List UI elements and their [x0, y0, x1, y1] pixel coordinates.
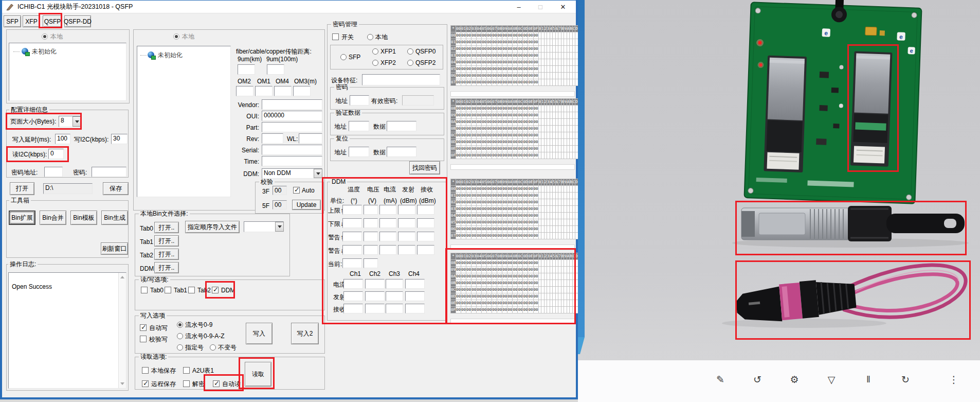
qsfp0-radio[interactable] — [407, 48, 413, 55]
verify-data-input[interactable] — [387, 121, 416, 131]
rw-ddm-checkbox[interactable] — [212, 287, 219, 293]
ddm-limit-input-r1[interactable] — [379, 218, 396, 228]
bin-generate-button[interactable]: Bin生成 — [101, 211, 128, 225]
refresh-window-button[interactable]: 刷新窗口 — [101, 242, 128, 255]
import-order-button[interactable]: 指定顺序导入文件 — [185, 221, 240, 233]
checksum-3f-input[interactable]: 00 — [273, 186, 287, 195]
valid-pwd-input[interactable] — [402, 95, 434, 106]
switch-checkbox[interactable] — [332, 33, 339, 40]
more-icon[interactable]: ⋮ — [945, 372, 963, 387]
decrypt-checkbox[interactable] — [183, 380, 190, 387]
wl-input[interactable] — [299, 133, 322, 144]
ddm-current-input[interactable] — [342, 258, 362, 268]
pwd-addr-input[interactable] — [44, 167, 63, 177]
hex-hscrollbar[interactable] — [450, 319, 575, 324]
ddm-channel-input[interactable] — [343, 291, 363, 301]
settings-icon[interactable]: ⚙ — [786, 372, 803, 387]
bin-template-button[interactable]: Bin模板 — [70, 211, 97, 225]
serial-0-9-radio[interactable] — [177, 322, 183, 328]
bin-tab1-open-button[interactable]: 打开.. — [154, 235, 179, 247]
rw-tab0-checkbox[interactable] — [141, 287, 148, 293]
ddm-limit-input-r2[interactable] — [398, 232, 415, 241]
ddm-limit-input-r1[interactable] — [398, 218, 415, 228]
ddm-limit-input-r0[interactable] — [398, 205, 415, 215]
auto-checkbox[interactable] — [293, 187, 300, 194]
tree-item-uninitialized[interactable]: 未初始化 — [32, 48, 57, 55]
ddm-limit-input-r3[interactable] — [398, 245, 415, 255]
read-i2c-input[interactable]: 0 — [48, 149, 64, 159]
module-tree-2[interactable]: 未初始化 — [137, 46, 231, 197]
ddm-channel-input[interactable] — [365, 291, 385, 301]
local-save-checkbox[interactable] — [142, 367, 149, 374]
serial-0-9-a-z-radio[interactable] — [177, 333, 183, 339]
ddm-channel-input[interactable] — [343, 304, 363, 313]
tab-xfp[interactable]: XFP — [23, 15, 40, 27]
import-dropdown-icon[interactable] — [275, 222, 284, 232]
update-button[interactable]: Update — [292, 200, 321, 210]
ddm-channel-input[interactable] — [405, 304, 425, 313]
oui-input[interactable]: 000000 — [262, 111, 322, 121]
ddm-channel-input[interactable] — [386, 304, 403, 313]
serial-input[interactable] — [262, 145, 322, 155]
auto-write-checkbox[interactable] — [140, 324, 147, 331]
om4-input[interactable] — [274, 86, 292, 96]
bin-merge-button[interactable]: Bin合并 — [40, 211, 66, 225]
sfp-radio[interactable] — [340, 54, 347, 60]
bin-extend-button[interactable]: Bin扩展 — [9, 211, 35, 225]
om1-input[interactable] — [255, 86, 273, 96]
minimize-button[interactable]: – — [509, 1, 529, 13]
hex-hscrollbar[interactable] — [450, 244, 575, 250]
ddm-limit-input-r3[interactable] — [417, 245, 434, 255]
tree-item-uninitialized-2[interactable]: 未初始化 — [158, 51, 183, 59]
tab-qsfp[interactable]: QSFP — [43, 15, 62, 27]
ddm-limit-input-r2[interactable] — [417, 232, 434, 241]
ddm-current-input[interactable] — [364, 258, 378, 268]
ddm-channel-input[interactable] — [405, 279, 425, 289]
hex-table-1[interactable]: *000102030405060708090A0B0C0D0E0F0123456… — [450, 25, 584, 86]
device-feature-input[interactable] — [362, 74, 440, 85]
pwd-local-radio[interactable] — [367, 34, 373, 40]
hex-table-2[interactable]: *000102030405060708090A0B0C0D0E0F0123456… — [450, 98, 584, 159]
ddm-dropdown-icon[interactable] — [314, 169, 322, 178]
verify-addr-input[interactable] — [349, 121, 369, 131]
a2u-table1-checkbox[interactable] — [183, 367, 190, 374]
save-button[interactable]: 保存 — [103, 182, 129, 195]
edit-icon[interactable]: ✎ — [712, 372, 729, 387]
recover-password-button[interactable]: 找回密码 — [409, 161, 440, 174]
part-input[interactable] — [262, 122, 322, 132]
local-radio-2[interactable] — [173, 33, 179, 40]
fiber-9um-100m-input[interactable] — [267, 64, 284, 75]
xfp2-radio[interactable] — [372, 60, 378, 66]
close-button[interactable]: ✕ — [553, 1, 573, 13]
log-listbox[interactable]: Open Success — [8, 272, 126, 389]
write-i2c-input[interactable]: 30 — [111, 134, 128, 144]
ddm-channel-input[interactable] — [365, 304, 385, 313]
log-scrollbar[interactable] — [118, 273, 126, 388]
checksum-5f-input[interactable]: 00 — [273, 200, 287, 209]
tab-sfp[interactable]: SFP — [4, 15, 21, 27]
assigned-number-radio[interactable] — [177, 344, 183, 351]
vendor-input[interactable] — [262, 99, 322, 110]
scroll-down-icon[interactable] — [120, 382, 124, 385]
ddm-limit-input-r3[interactable] — [379, 245, 396, 255]
auto-read-checkbox[interactable] — [213, 380, 220, 387]
time-input[interactable] — [262, 156, 322, 166]
ddm-limit-input-r2[interactable] — [364, 232, 378, 241]
ddm-channel-input[interactable] — [343, 279, 363, 289]
write-button[interactable]: 写入 — [246, 323, 273, 344]
xfp1-radio[interactable] — [372, 48, 378, 55]
ddm-limit-input-r0[interactable] — [364, 205, 378, 215]
fixed-number-radio[interactable] — [210, 344, 216, 351]
bin-ddm-open-button[interactable]: 打开.. — [154, 262, 179, 273]
ddm-limit-input-r0[interactable] — [379, 205, 396, 215]
tab-qsfp-dd[interactable]: QSFP-DD — [64, 15, 91, 27]
hex-hscrollbar[interactable] — [450, 91, 575, 97]
module-tree[interactable]: 未初始化 — [9, 43, 126, 101]
fiber-9um-km-input[interactable] — [238, 64, 255, 75]
rw-tab2-checkbox[interactable] — [188, 287, 195, 293]
ddm-channel-input[interactable] — [405, 291, 425, 301]
ddm-limit-input-r1[interactable] — [417, 218, 434, 228]
ddm-channel-input[interactable] — [386, 291, 403, 301]
pause-icon[interactable]: ‖ — [860, 372, 877, 387]
read-button[interactable]: 读取 — [245, 362, 271, 387]
